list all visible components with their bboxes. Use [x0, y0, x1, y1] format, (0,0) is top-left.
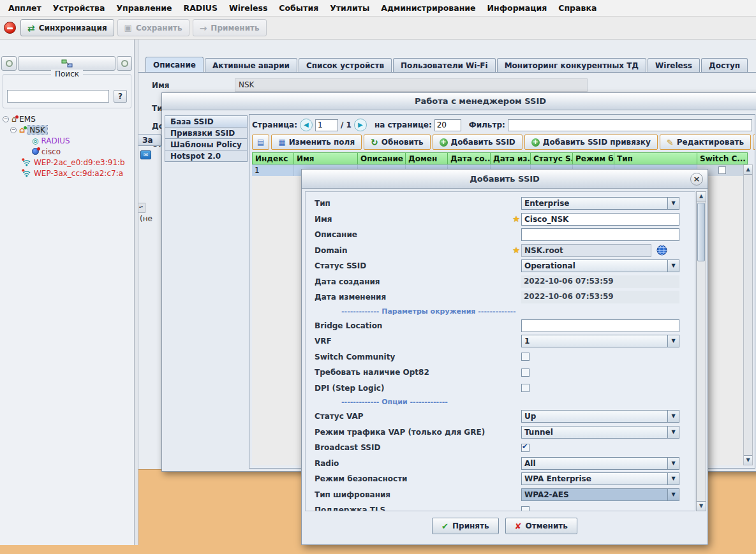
tab-device-list[interactable]: Список устройств: [299, 58, 392, 73]
scroll-down-button[interactable]: ▼: [697, 501, 706, 511]
menu-help[interactable]: Справка: [552, 3, 602, 13]
column-header[interactable]: Switch C...: [697, 152, 748, 164]
column-header[interactable]: Индекс: [252, 152, 294, 164]
tab-wifi-users[interactable]: Пользователи Wi-Fi: [393, 58, 496, 73]
menu-devices[interactable]: Устройства: [47, 3, 111, 13]
hidden-panel-tab-fragment[interactable]: За: [137, 134, 161, 146]
per-page-input[interactable]: [434, 119, 461, 131]
column-header[interactable]: Тип: [614, 152, 697, 164]
save-button[interactable]: ▣ Сохранить: [117, 19, 189, 36]
tab-active-alarms[interactable]: Активные аварии: [205, 58, 297, 73]
search-input[interactable]: [7, 90, 109, 103]
name-field[interactable]: [521, 213, 679, 226]
menu-applet[interactable]: Апплет: [3, 3, 47, 13]
chevron-down-icon[interactable]: ▼: [667, 260, 679, 272]
menu-wireless[interactable]: Wireless: [223, 3, 273, 13]
add-ssid-button[interactable]: + Добавить SSID: [433, 135, 523, 150]
split-divider[interactable]: [135, 40, 138, 545]
next-page-button[interactable]: ▶: [354, 119, 367, 131]
menu-administration[interactable]: Администрирование: [375, 3, 481, 13]
sidebar-view-button[interactable]: [18, 56, 115, 71]
tab-ssid-bindings[interactable]: Привязки SSID: [165, 127, 248, 139]
tree-item-ems[interactable]: − ⌂ EMS: [0, 113, 133, 124]
tab-hotspot20[interactable]: Hotspot 2.0: [165, 150, 248, 162]
column-header[interactable]: Домен: [406, 152, 448, 164]
vap-traffic-mode-combobox[interactable]: Tunnel ▼: [521, 426, 679, 439]
collapse-icon[interactable]: −: [3, 116, 9, 122]
broadcast-ssid-checkbox[interactable]: ✔: [521, 444, 530, 452]
tree-item-cisco[interactable]: cisco: [0, 146, 133, 157]
column-header[interactable]: Дата со...: [448, 152, 491, 164]
tab-policy-templates[interactable]: Шаблоны Policy: [165, 138, 248, 150]
column-header[interactable]: Статус S...: [531, 152, 573, 164]
delete-button[interactable]: × Удалить: [753, 135, 755, 150]
radio-combobox[interactable]: All ▼: [521, 457, 679, 470]
chevron-down-icon[interactable]: ▼: [667, 489, 679, 500]
tab-description[interactable]: Описание: [145, 57, 204, 73]
refresh-button[interactable]: ↻ Обновить: [364, 135, 430, 150]
scroll-thumb[interactable]: [697, 203, 705, 261]
bridge-location-field[interactable]: [521, 319, 679, 332]
domain-browse-button[interactable]: [656, 245, 667, 256]
type-combobox[interactable]: Enterprise ▼: [521, 197, 679, 210]
dpi-checkbox[interactable]: [521, 384, 530, 392]
ssid-dialog-titlebar[interactable]: Работа с менеджером SSID: [162, 93, 756, 110]
page-input[interactable]: [315, 119, 338, 131]
menu-events[interactable]: События: [273, 3, 324, 13]
column-header[interactable]: Дата из...: [491, 152, 531, 164]
chevron-down-icon[interactable]: ▼: [667, 335, 679, 347]
chevron-down-icon[interactable]: ▼: [667, 458, 679, 469]
switch-community-checkbox[interactable]: [521, 353, 530, 361]
tree-item-nsk[interactable]: − ⌂ NSK: [0, 124, 133, 135]
sidebar-left-button[interactable]: [1, 56, 17, 71]
opt82-checkbox[interactable]: [521, 368, 530, 377]
table-settings-button[interactable]: ▤: [252, 135, 269, 150]
tab-competitor-monitoring[interactable]: Мониторинг конкурентных ТД: [497, 58, 646, 73]
tab-ssid-base[interactable]: База SSID: [165, 115, 248, 128]
sync-button[interactable]: ⇄ Синхронизация: [20, 19, 114, 36]
tree-item-radius[interactable]: ◎ RADIUS: [0, 135, 133, 146]
prev-page-button[interactable]: ◀: [300, 119, 313, 131]
column-header[interactable]: Режим б...: [573, 152, 614, 164]
tree-item-wep3ax[interactable]: WEP-3ax_cc:9d:a2:c7:a: [0, 168, 133, 179]
disconnect-button[interactable]: [2, 20, 17, 36]
tls-support-checkbox[interactable]: [521, 506, 530, 511]
sidebar-right-button[interactable]: [117, 56, 132, 71]
tree-item-wep2ac[interactable]: WEP-2ac_e0:d9:e3:91:b: [0, 157, 133, 168]
menu-radius[interactable]: RADIUS: [178, 3, 223, 13]
table-scrollbar[interactable]: ▲ ▼: [743, 164, 753, 465]
security-mode-combobox[interactable]: WPA Enterprise ▼: [521, 472, 679, 485]
edit-fields-button[interactable]: ▦ Изменить поля: [271, 135, 362, 150]
chevron-down-icon[interactable]: ▼: [667, 411, 679, 422]
chevron-down-icon[interactable]: ▼: [667, 198, 679, 209]
filter-input[interactable]: [508, 119, 752, 131]
tab-access[interactable]: Доступ: [701, 58, 748, 73]
accept-button[interactable]: ✔ Принять: [432, 518, 499, 534]
apply-button[interactable]: → Применить: [193, 19, 267, 36]
column-header[interactable]: Описание: [358, 152, 406, 164]
scroll-down-button[interactable]: ▼: [744, 455, 752, 465]
ssid-status-combobox[interactable]: Operational ▼: [521, 259, 679, 272]
menu-management[interactable]: Управление: [110, 3, 177, 13]
form-scrollbar[interactable]: ▲ ▼: [696, 191, 706, 511]
collapse-icon[interactable]: −: [10, 127, 17, 133]
description-field[interactable]: [521, 228, 679, 241]
encryption-type-combobox[interactable]: WPA2-AES ▼: [521, 488, 679, 501]
cancel-button[interactable]: ✘ Отменить: [505, 518, 577, 534]
menu-information[interactable]: Информация: [482, 3, 553, 13]
add-ssid-binding-button[interactable]: + Добавить SSID привязку: [524, 135, 658, 150]
menu-utilities[interactable]: Утилиты: [324, 3, 375, 13]
chevron-down-icon[interactable]: ▼: [667, 426, 679, 438]
row-switch-checkbox[interactable]: [718, 166, 726, 174]
column-header[interactable]: Имя: [294, 152, 358, 164]
close-button[interactable]: ×: [690, 173, 703, 186]
search-help-button[interactable]: ?: [114, 90, 127, 103]
tab-wireless[interactable]: Wireless: [648, 58, 700, 73]
scroll-up-button[interactable]: ▲: [744, 165, 752, 175]
add-dialog-titlebar[interactable]: Добавить SSID ×: [302, 170, 708, 189]
scroll-up-button[interactable]: ▲: [697, 192, 706, 201]
chevron-down-icon[interactable]: ▼: [667, 473, 679, 485]
edit-button[interactable]: ✎ Редактировать: [660, 135, 751, 150]
vap-status-combobox[interactable]: Up ▼: [521, 410, 679, 423]
vrf-combobox[interactable]: 1 ▼: [521, 335, 679, 347]
